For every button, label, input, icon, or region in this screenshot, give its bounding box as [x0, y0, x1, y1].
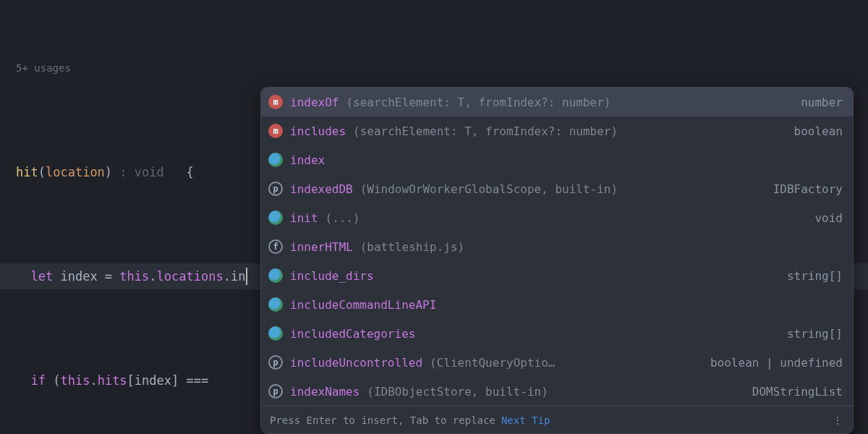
completion-item[interactable]: finnerHTML (battleship.js) [261, 232, 853, 261]
completion-signature: (...) [326, 211, 801, 225]
completion-footer: Press Enter to insert, Tab to replace Ne… [261, 406, 853, 433]
completion-label: include_dirs [290, 269, 374, 283]
var-icon [268, 297, 283, 312]
return-type-hint: : void [112, 159, 164, 185]
variable: index [60, 263, 97, 289]
completion-item[interactable]: includedCategoriesstring[] [261, 319, 853, 348]
next-tip-link[interactable]: Next Tip [501, 414, 550, 426]
completion-type: DOMStringList [752, 385, 843, 399]
typed-text: in [231, 263, 245, 289]
completion-signature: (ClientQueryOptio… [430, 356, 696, 370]
completion-hint: Press Enter to insert, Tab to replace [270, 414, 495, 426]
completion-label: includedCategories [290, 327, 415, 341]
completion-label: includes [290, 124, 346, 138]
function-name: hit [16, 159, 38, 185]
completion-type: void [814, 211, 843, 225]
completion-label: indexedDB [290, 182, 353, 196]
var-icon [268, 210, 283, 225]
property-icon: p [268, 355, 283, 370]
property-icon: f [268, 239, 283, 254]
completion-item[interactable]: pindexNames (IDBObjectStore, built-in)DO… [261, 377, 853, 406]
completion-signature: (IDBObjectStore, built-in) [367, 385, 737, 399]
completion-signature: (searchElement: T, fromIndex?: number) [353, 124, 780, 138]
var-icon [268, 326, 283, 341]
completion-item[interactable]: mindexOf(searchElement: T, fromIndex?: n… [261, 88, 853, 116]
completion-type: string[] [787, 269, 843, 283]
keyword-this: this [119, 263, 149, 289]
completion-signature: (WindowOrWorkerGlobalScope, built-in) [360, 182, 759, 196]
completion-label: includeCommandLineAPI [290, 298, 436, 312]
property-icon: p [268, 384, 283, 399]
completion-item[interactable]: pindexedDB (WindowOrWorkerGlobalScope, b… [261, 174, 853, 203]
method-icon: m [268, 95, 283, 109]
keyword-if: if [30, 367, 45, 393]
completion-signature: (battleship.js) [360, 240, 828, 254]
completion-label: index [290, 153, 325, 167]
var-icon [268, 268, 283, 283]
completion-item[interactable]: index [261, 145, 853, 174]
completion-type: boolean | undefined [710, 356, 843, 370]
completion-item[interactable]: init(...)void [261, 203, 853, 232]
method-icon: m [268, 124, 283, 138]
completion-type: string[] [787, 327, 843, 341]
completion-item[interactable]: pincludeUncontrolled (ClientQueryOptio…b… [261, 348, 853, 377]
completion-item[interactable]: includeCommandLineAPI [261, 290, 853, 319]
completion-signature: (searchElement: T, fromIndex?: number) [346, 95, 786, 109]
keyword-let: let [30, 263, 60, 289]
completion-label: indexOf [290, 95, 339, 109]
completion-type: number [801, 95, 843, 109]
completion-label: innerHTML [290, 240, 353, 254]
completion-item[interactable]: include_dirsstring[] [261, 261, 853, 290]
completion-label: includeUncontrolled [290, 356, 422, 370]
completion-label: indexNames [290, 385, 359, 399]
property-icon: p [268, 182, 283, 196]
completion-item[interactable]: mincludes(searchElement: T, fromIndex?: … [261, 116, 853, 145]
var-icon [268, 153, 283, 167]
completion-type: IDBFactory [773, 182, 843, 196]
usages-hint[interactable]: 5+ usages [16, 59, 868, 77]
property: locations [157, 263, 224, 289]
completion-type: boolean [794, 124, 843, 138]
caret [246, 268, 247, 285]
parameter: location [46, 159, 105, 185]
more-icon[interactable]: ⋮ [833, 414, 844, 426]
completion-popup[interactable]: mindexOf(searchElement: T, fromIndex?: n… [260, 87, 854, 434]
completion-label: init [290, 211, 318, 225]
